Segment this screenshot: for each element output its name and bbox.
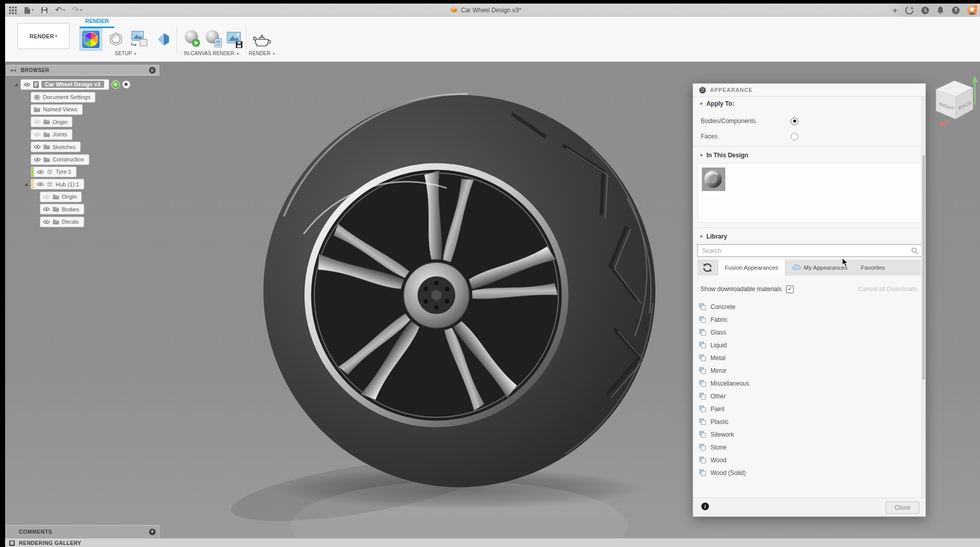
- info-icon[interactable]: i: [701, 503, 709, 510]
- scene-settings-icon[interactable]: [106, 29, 126, 51]
- browser-item-joints[interactable]: ▸Joints: [23, 129, 72, 139]
- expand-arrow-icon[interactable]: ▸: [23, 157, 29, 162]
- texture-map-controls-icon[interactable]: [130, 30, 149, 51]
- library-tab-fusion-appearances[interactable]: Fusion Appearances: [718, 259, 786, 276]
- browser-item-named-views[interactable]: ▸Named Views: [23, 104, 82, 114]
- browser-item-bodies[interactable]: ▸Bodies: [33, 204, 84, 215]
- expand-arrow-icon[interactable]: ◢: [13, 82, 18, 87]
- in-canvas-render-capture-icon[interactable]: [204, 29, 224, 52]
- in-this-design-section-header[interactable]: ▼ In This Design: [699, 152, 748, 159]
- browser-item-construction[interactable]: ▸Construction: [23, 154, 89, 164]
- visibility-eye-icon[interactable]: [37, 170, 44, 174]
- new-tab-icon[interactable]: +: [893, 6, 898, 15]
- expand-arrow-icon[interactable]: ▸: [23, 145, 29, 150]
- file-menu-icon[interactable]: ▾: [24, 7, 34, 14]
- notifications-bell-icon[interactable]: [937, 6, 944, 14]
- appearance-dialog-header[interactable]: APPEARANCE: [693, 84, 925, 97]
- undo-icon[interactable]: ↶▾: [55, 6, 65, 14]
- visibility-eye-icon[interactable]: [37, 182, 44, 186]
- visibility-eye-icon[interactable]: [43, 220, 50, 224]
- show-downloadable-checkbox[interactable]: [786, 286, 794, 293]
- browser-item-origin[interactable]: ▸Origin: [23, 117, 72, 127]
- decal-icon[interactable]: [154, 31, 172, 50]
- expand-arrow-icon[interactable]: ▸: [23, 107, 29, 112]
- group-label-in-canvas-render[interactable]: IN-CANVAS RENDER ▾: [177, 51, 246, 56]
- collapse-browser-icon[interactable]: ◄◄: [10, 68, 16, 72]
- material-category-other[interactable]: Other: [699, 390, 726, 402]
- workspace-switcher-button[interactable]: RENDER▾: [17, 23, 69, 49]
- activate-component-radio[interactable]: [122, 81, 130, 88]
- comments-bar[interactable]: COMMENTS +: [6, 525, 159, 538]
- add-comment-icon[interactable]: +: [149, 529, 156, 535]
- expand-arrow-icon[interactable]: ▸: [23, 120, 29, 125]
- apply-to-option-bodies-components[interactable]: Bodies/Components: [701, 115, 915, 127]
- scrollbar-thumb[interactable]: [922, 155, 925, 380]
- cancel-all-downloads-link[interactable]: Cancel all Downloads: [859, 286, 917, 293]
- recent-activity-icon[interactable]: [921, 6, 929, 15]
- browser-item-origin[interactable]: ▸Origin: [33, 192, 81, 202]
- render-teapot-icon[interactable]: [252, 32, 273, 51]
- visibility-eye-icon[interactable]: [34, 157, 41, 162]
- material-category-wood-solid[interactable]: Wood (Solid): [699, 466, 746, 479]
- material-category-glass[interactable]: Glass: [699, 326, 726, 339]
- material-category-paint[interactable]: Paint: [699, 402, 724, 415]
- browser-item-document-settings[interactable]: ▸Document Settings: [23, 92, 95, 102]
- refresh-library-icon[interactable]: [697, 259, 718, 276]
- expand-arrow-icon[interactable]: ▸: [23, 169, 29, 174]
- visibility-eye-icon[interactable]: [34, 132, 41, 137]
- browser-item-tyre-1[interactable]: ▸Tyre:1: [23, 167, 76, 177]
- redo-icon[interactable]: ↷▾: [72, 6, 82, 14]
- material-category-plastic[interactable]: Plastic: [699, 415, 728, 428]
- capture-image-icon[interactable]: [226, 30, 245, 52]
- visibility-eye-icon[interactable]: [34, 145, 41, 149]
- search-input[interactable]: [698, 247, 911, 254]
- rendering-gallery-bar[interactable]: RENDERING GALLERY: [5, 538, 980, 547]
- browser-item-hub-1-1[interactable]: ◢Hub (1):1: [23, 179, 84, 189]
- browser-item-root[interactable]: ◢ Car Wheel Design v3: [13, 79, 130, 89]
- material-category-concrete[interactable]: Concrete: [699, 300, 736, 313]
- sync-status-icon[interactable]: [905, 6, 914, 15]
- group-label-setup[interactable]: SETUP ▾: [80, 51, 172, 56]
- appearance-tool-button[interactable]: [80, 28, 102, 51]
- visibility-eye-icon[interactable]: [43, 207, 50, 211]
- search-icon[interactable]: [911, 247, 921, 254]
- expand-arrow-icon[interactable]: ▸: [23, 132, 29, 137]
- expand-arrow-icon[interactable]: ▸: [23, 94, 29, 100]
- help-icon[interactable]: ?: [951, 6, 960, 15]
- app-grid-icon[interactable]: [9, 7, 17, 14]
- apply-to-option-faces[interactable]: Faces: [701, 131, 915, 142]
- chrome-material-swatch[interactable]: [702, 168, 725, 191]
- viewcube[interactable]: RIGHT BACK: [928, 73, 980, 129]
- radio-button[interactable]: [791, 117, 798, 125]
- expand-arrow-icon[interactable]: ◢: [23, 182, 29, 186]
- material-category-fabric[interactable]: Fabric: [699, 313, 727, 326]
- in-canvas-render-icon[interactable]: [183, 29, 202, 52]
- dialog-grip-icon[interactable]: [699, 87, 706, 93]
- material-category-stone[interactable]: Stone: [699, 441, 726, 454]
- visibility-eye-icon[interactable]: [23, 82, 31, 87]
- browser-item-sketches[interactable]: ▸Sketches: [23, 142, 80, 152]
- expand-arrow-icon[interactable]: ▸: [33, 194, 38, 199]
- panel-scrollbar[interactable]: [921, 97, 925, 497]
- save-icon[interactable]: [41, 7, 48, 14]
- browser-panel-header[interactable]: ◄◄ BROWSER ≡: [6, 65, 159, 76]
- apply-to-section-header[interactable]: ▼ Apply To:: [699, 100, 734, 107]
- browser-root-label[interactable]: Car Wheel Design v3: [41, 81, 104, 88]
- user-avatar[interactable]: [967, 6, 977, 15]
- ribbon-tab-render[interactable]: RENDER: [74, 18, 120, 24]
- material-category-miscellaneous[interactable]: Miscellaneous: [699, 377, 749, 390]
- browser-item-decals[interactable]: ▸Decals: [33, 217, 84, 227]
- material-category-liquid[interactable]: Liquid: [699, 339, 727, 351]
- expand-arrow-icon[interactable]: ▸: [33, 219, 38, 224]
- material-category-wood[interactable]: Wood: [699, 454, 726, 466]
- library-section-header[interactable]: ▼ Library: [699, 233, 727, 240]
- material-category-metal[interactable]: Metal: [699, 351, 725, 364]
- close-button[interactable]: Close: [886, 502, 919, 514]
- library-tab-favorites[interactable]: Favorites: [854, 259, 892, 276]
- group-label-render[interactable]: RENDER ▾: [244, 51, 280, 56]
- visibility-eye-icon[interactable]: [43, 195, 50, 199]
- material-category-mirror[interactable]: Mirror: [699, 364, 726, 377]
- material-category-sitework[interactable]: Sitework: [699, 428, 734, 441]
- expand-arrow-icon[interactable]: ▸: [33, 207, 38, 212]
- wheel-model[interactable]: [230, 74, 689, 544]
